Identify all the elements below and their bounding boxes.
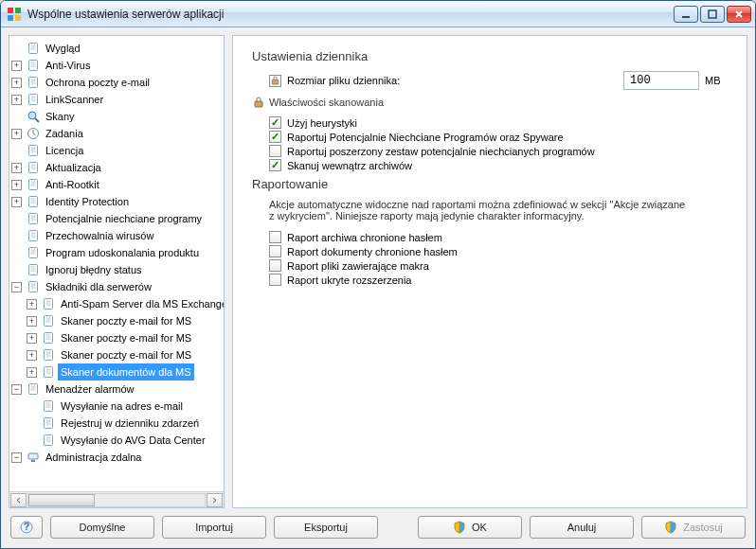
- svg-point-22: [28, 112, 36, 119]
- defaults-button[interactable]: Domyślne: [50, 516, 154, 539]
- tree-item[interactable]: Wysyłanie do AVG Data Center: [27, 432, 224, 449]
- svg-rect-37: [29, 197, 38, 207]
- scroll-thumb[interactable]: [28, 494, 95, 506]
- tree-item[interactable]: Skany: [11, 108, 224, 125]
- expand-icon[interactable]: +: [11, 61, 22, 71]
- reporting-heading: Raportowanie: [252, 177, 728, 191]
- svg-rect-33: [29, 180, 38, 190]
- report-option-row: Raport pliki zawierające makra: [252, 259, 728, 272]
- report-option-row: Raport dokumenty chronione hasłem: [252, 245, 728, 257]
- expand-icon[interactable]: +: [11, 180, 22, 190]
- log-size-unit: MB: [705, 75, 728, 86]
- maximize-button[interactable]: [700, 6, 725, 23]
- minimize-button[interactable]: [674, 6, 698, 23]
- log-settings-heading: Ustawienia dziennika: [252, 49, 728, 63]
- scan-option-checkbox[interactable]: [269, 145, 281, 157]
- tree-item[interactable]: +Ochrona poczty e-mail: [11, 74, 224, 91]
- tree-item[interactable]: −Składniki dla serwerów: [11, 278, 224, 295]
- tree-item-label: Rejestruj w dzienniku zdarzeń: [58, 415, 202, 432]
- tree-item[interactable]: +Anti-Virus: [11, 57, 224, 74]
- titlebar[interactable]: Wspólne ustawienia serwerów aplikacji: [1, 1, 755, 27]
- tree-item[interactable]: −Administracja zdalna: [11, 449, 224, 466]
- svg-rect-53: [29, 265, 38, 275]
- expand-icon[interactable]: +: [27, 316, 37, 327]
- tree-item[interactable]: −Menadżer alarmów: [11, 381, 224, 398]
- tree-item[interactable]: +Anti-Spam Server dla MS Exchange: [27, 295, 224, 312]
- expand-icon[interactable]: +: [11, 197, 22, 207]
- log-size-input[interactable]: [623, 71, 699, 90]
- page-icon: [41, 433, 56, 448]
- page-icon: [41, 416, 56, 431]
- collapse-icon[interactable]: −: [11, 452, 22, 463]
- page-icon: [26, 381, 41, 397]
- svg-rect-45: [29, 231, 38, 241]
- tree-item[interactable]: +LinkScanner: [11, 91, 224, 108]
- apply-button[interactable]: Zastosuj: [641, 516, 746, 539]
- scroll-left-button[interactable]: [10, 493, 27, 507]
- expand-icon[interactable]: +: [11, 95, 22, 105]
- close-button[interactable]: [727, 6, 751, 23]
- tree-item[interactable]: +Skaner poczty e-mail for MS: [27, 312, 224, 329]
- tree-item[interactable]: Potencjalnie niechciane programy: [11, 210, 224, 227]
- clock-icon: [26, 126, 41, 141]
- scan-option-checkbox[interactable]: [269, 131, 281, 143]
- tree-item[interactable]: Wygląd: [11, 40, 224, 57]
- report-option-checkbox[interactable]: [269, 274, 281, 286]
- scan-option-row: Użyj heurystyki: [252, 116, 728, 129]
- tree-item[interactable]: Ignoruj błędny status: [11, 261, 224, 278]
- page-icon: [26, 262, 41, 277]
- tree-spacer: [27, 418, 37, 429]
- log-size-label: Rozmiar pliku dziennika:: [287, 75, 400, 86]
- expand-icon[interactable]: +: [27, 299, 37, 310]
- tree-item[interactable]: Wysyłanie na adres e-mail: [27, 398, 224, 415]
- tree-item-label: Ochrona poczty e-mail: [43, 74, 153, 91]
- tree-item[interactable]: Licencja: [11, 142, 224, 159]
- tree-item[interactable]: +Skaner dokumentów dla MS: [27, 363, 224, 381]
- collapse-icon[interactable]: −: [11, 384, 22, 395]
- tree-item[interactable]: Przechowalnia wirusów: [11, 227, 224, 244]
- report-option-checkbox[interactable]: [269, 245, 281, 257]
- expand-icon[interactable]: +: [11, 129, 22, 139]
- scroll-right-button[interactable]: [207, 493, 223, 507]
- svg-rect-5: [709, 10, 716, 18]
- import-button[interactable]: Importuj: [162, 516, 266, 539]
- export-button[interactable]: Eksportuj: [274, 516, 378, 539]
- scan-option-checkbox[interactable]: [269, 159, 281, 171]
- svg-rect-25: [29, 146, 38, 156]
- expand-icon[interactable]: +: [27, 350, 37, 361]
- svg-rect-77: [45, 367, 53, 378]
- tree-item[interactable]: +Zadania: [11, 125, 224, 142]
- page-icon: [41, 330, 56, 345]
- tree-item[interactable]: +Skaner poczty e-mail for MS: [27, 329, 224, 346]
- tree-item-label: Składniki dla serwerów: [43, 278, 154, 295]
- expand-icon[interactable]: +: [27, 367, 37, 378]
- ok-button[interactable]: OK: [418, 516, 522, 539]
- tree-item[interactable]: +Skaner poczty e-mail for MS: [27, 346, 224, 363]
- svg-rect-4: [682, 16, 690, 18]
- tree-item[interactable]: +Aktualizacja: [11, 159, 224, 176]
- scan-option-checkbox[interactable]: [269, 116, 281, 129]
- expand-icon[interactable]: +: [27, 333, 37, 344]
- tree-horizontal-scrollbar[interactable]: [9, 491, 224, 507]
- settings-tree[interactable]: Wygląd+Anti-Virus+Ochrona poczty e-mail+…: [9, 36, 224, 491]
- scan-option-label: Raportuj poszerzony zestaw potencjalnie …: [287, 146, 595, 157]
- report-option-checkbox[interactable]: [269, 231, 281, 243]
- svg-rect-41: [29, 214, 38, 224]
- tree-item[interactable]: Rejestruj w dzienniku zdarzeń: [27, 415, 224, 432]
- page-icon: [26, 279, 41, 294]
- report-option-label: Raport archiwa chronione hasłem: [287, 232, 442, 243]
- tree-item[interactable]: +Identity Protection: [11, 193, 224, 210]
- svg-text:?: ?: [24, 521, 30, 532]
- tree-item[interactable]: Program udoskonalania produktu: [11, 244, 224, 261]
- help-button[interactable]: ?: [10, 516, 43, 539]
- collapse-icon[interactable]: −: [11, 282, 22, 292]
- cancel-button[interactable]: Anuluj: [530, 516, 634, 539]
- expand-icon[interactable]: +: [11, 163, 22, 173]
- report-option-checkbox[interactable]: [269, 259, 281, 272]
- page-icon: [41, 347, 56, 363]
- svg-rect-69: [45, 333, 53, 344]
- expand-icon[interactable]: +: [11, 78, 22, 88]
- page-icon: [41, 364, 56, 380]
- tree-item-label: Zadania: [43, 125, 86, 142]
- tree-item[interactable]: +Anti-Rootkit: [11, 176, 224, 193]
